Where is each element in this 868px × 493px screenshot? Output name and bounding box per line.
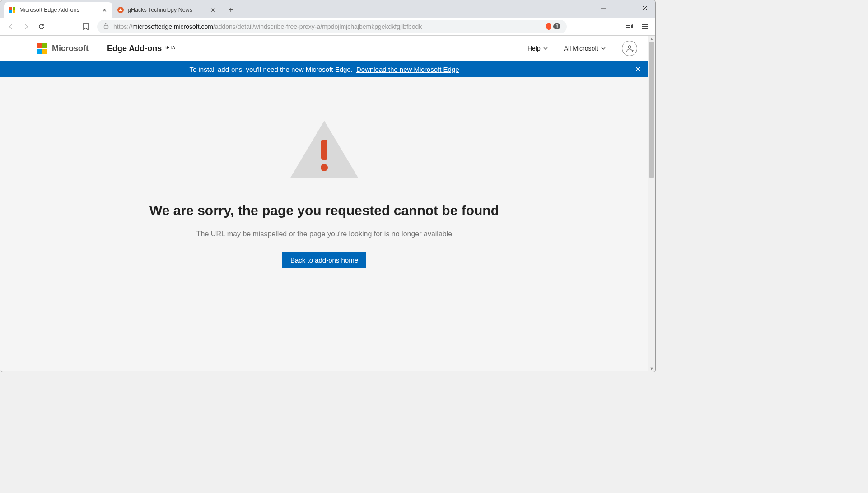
tab-title: Microsoft Edge Add-ons: [19, 7, 97, 13]
ghacks-icon: [117, 6, 124, 14]
tab-addons[interactable]: Microsoft Edge Add-ons ✕: [4, 2, 112, 18]
header-divider: [98, 43, 98, 54]
help-label: Help: [527, 45, 541, 52]
media-control-button[interactable]: [623, 20, 636, 33]
svg-rect-6: [626, 25, 630, 26]
microsoft-logo-icon: [37, 43, 47, 54]
back-button[interactable]: [4, 20, 18, 33]
banner-close-button[interactable]: ✕: [635, 65, 641, 74]
microsoft-logo-block[interactable]: Microsoft: [37, 43, 89, 54]
sign-in-avatar[interactable]: [622, 41, 637, 56]
close-window-button[interactable]: [635, 0, 655, 16]
svg-point-15: [321, 164, 328, 171]
help-link[interactable]: Help: [527, 45, 548, 52]
banner-download-link[interactable]: Download the new Microsoft Edge: [356, 66, 459, 73]
scroll-down-arrow-icon[interactable]: ▼: [648, 366, 655, 372]
error-title: We are sorry, the page you requested can…: [0, 203, 648, 218]
minimize-button[interactable]: [593, 0, 614, 16]
reload-button[interactable]: [35, 20, 48, 33]
tab-ghacks[interactable]: gHacks Technology News ✕: [112, 2, 221, 18]
lock-icon: [103, 23, 109, 31]
url-path: /addons/detail/windscribe-free-proxy-a/m…: [213, 23, 422, 30]
svg-rect-2: [622, 6, 626, 10]
error-area: We are sorry, the page you requested can…: [0, 77, 648, 268]
product-name[interactable]: Edge Add-ons BETA: [107, 44, 175, 53]
brave-shields-icon[interactable]: 8: [545, 23, 560, 31]
url-text: https://microsoftedge.microsoft.com/addo…: [113, 23, 541, 30]
product-badge: BETA: [163, 45, 175, 50]
svg-rect-7: [626, 27, 630, 28]
svg-point-11: [628, 46, 631, 48]
warning-icon: [288, 118, 360, 183]
forward-button[interactable]: [19, 20, 33, 33]
svg-rect-5: [104, 25, 108, 28]
all-microsoft-label: All Microsoft: [564, 45, 598, 52]
svg-rect-14: [321, 140, 327, 160]
chevron-down-icon: [601, 47, 606, 50]
banner-text: To install add-ons, you'll need the new …: [189, 66, 352, 73]
site-header-right: Help All Microsoft: [527, 41, 637, 56]
scrollbar-thumb[interactable]: [649, 42, 654, 178]
ms-logo-icon: [9, 6, 16, 14]
menu-button[interactable]: [638, 20, 652, 33]
error-subtitle: The URL may be misspelled or the page yo…: [0, 230, 648, 238]
product-label: Edge Add-ons: [107, 44, 162, 53]
vertical-scrollbar[interactable]: ▲ ▼: [648, 36, 655, 372]
brave-count-badge: 8: [553, 23, 560, 29]
site-header: Microsoft Edge Add-ons BETA Help All Mic…: [0, 36, 648, 61]
url-host: microsoftedge.microsoft.com: [132, 23, 213, 30]
person-icon: [625, 44, 634, 53]
toolbar: https://microsoftedge.microsoft.com/addo…: [0, 18, 655, 36]
maximize-button[interactable]: [614, 0, 635, 16]
window-controls: [593, 0, 655, 16]
page-content: Microsoft Edge Add-ons BETA Help All Mic…: [0, 36, 648, 371]
bookmark-button[interactable]: [79, 20, 93, 33]
url-protocol: https://: [113, 23, 132, 30]
close-icon[interactable]: ✕: [101, 6, 108, 14]
url-bar[interactable]: https://microsoftedge.microsoft.com/addo…: [97, 20, 567, 33]
microsoft-brand-text: Microsoft: [52, 44, 89, 53]
browser-chrome: Microsoft Edge Add-ons ✕ gHacks Technolo…: [0, 0, 655, 36]
tab-strip: Microsoft Edge Add-ons ✕ gHacks Technolo…: [0, 0, 655, 18]
back-to-home-button[interactable]: Back to add-ons home: [282, 252, 366, 268]
download-banner: To install add-ons, you'll need the new …: [0, 61, 648, 77]
new-tab-button[interactable]: +: [224, 4, 237, 16]
close-icon[interactable]: ✕: [209, 6, 216, 14]
scroll-up-arrow-icon[interactable]: ▲: [648, 36, 655, 42]
all-microsoft-link[interactable]: All Microsoft: [564, 45, 606, 52]
chevron-down-icon: [543, 47, 548, 50]
tab-title: gHacks Technology News: [128, 7, 205, 13]
